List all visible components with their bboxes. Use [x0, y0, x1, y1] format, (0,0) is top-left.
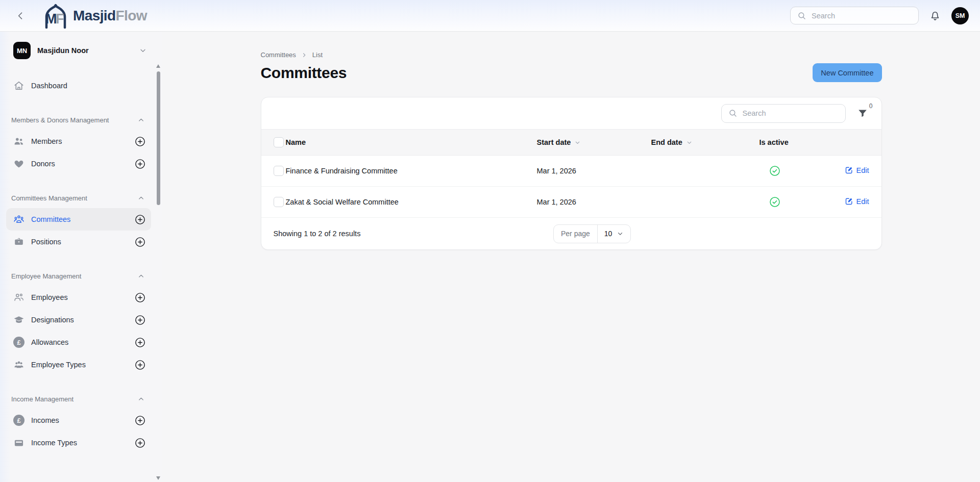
- sidebar-item-allowances[interactable]: £ Allowances: [6, 331, 151, 353]
- sidebar-item-employees[interactable]: Employees: [6, 286, 151, 309]
- sidebar-section-employees[interactable]: Employee Management: [11, 272, 145, 280]
- chevron-up-icon: [137, 194, 145, 202]
- table-header-row: Name Start date End date Is active: [261, 130, 881, 156]
- sort-chevron-icon: [574, 139, 581, 146]
- new-committee-button[interactable]: New Committee: [813, 63, 881, 82]
- sidebar-section-income[interactable]: Income Management: [11, 395, 145, 403]
- sidebar-item-employee-types[interactable]: Employee Types: [6, 353, 151, 376]
- sidebar-section-members-donors[interactable]: Members & Donors Management: [11, 116, 145, 124]
- add-designation-button[interactable]: [134, 314, 146, 326]
- breadcrumb-committees[interactable]: Committees: [261, 51, 296, 59]
- plus-circle-icon: [134, 136, 146, 147]
- active-check-icon: [760, 165, 836, 177]
- add-employee-type-button[interactable]: [134, 359, 146, 371]
- sidebar-item-income-types[interactable]: Income Types: [6, 432, 151, 454]
- plus-circle-icon: [134, 415, 146, 426]
- graduation-cap-icon: [13, 314, 24, 325]
- select-all-checkbox[interactable]: [274, 137, 284, 147]
- add-donor-button[interactable]: [134, 158, 146, 170]
- sidebar-item-label: Incomes: [31, 416, 59, 424]
- sidebar-item-label: Dashboard: [31, 82, 67, 90]
- edit-button[interactable]: Edit: [845, 166, 869, 174]
- back-button[interactable]: [13, 9, 28, 23]
- breadcrumb: Committees List: [261, 51, 882, 59]
- people-icon: [13, 359, 24, 370]
- column-header-start-date[interactable]: Start date: [537, 130, 651, 156]
- sidebar-item-label: Committees: [31, 215, 70, 223]
- sidebar-item-designations[interactable]: Designations: [6, 309, 151, 331]
- add-income-type-button[interactable]: [134, 437, 146, 449]
- row-checkbox[interactable]: [274, 197, 284, 207]
- search-icon: [728, 109, 738, 118]
- active-check-icon: [760, 196, 836, 208]
- funnel-icon: [857, 108, 868, 119]
- end-date: [651, 156, 760, 187]
- scrollbar-thumb[interactable]: [157, 71, 160, 205]
- sidebar-item-label: Designations: [31, 316, 74, 324]
- column-header-end-date[interactable]: End date: [651, 130, 760, 156]
- sidebar-item-committees[interactable]: Committees: [6, 208, 151, 231]
- plus-circle-icon: [134, 359, 146, 371]
- filter-count-badge: 0: [869, 103, 873, 110]
- org-avatar: MN: [13, 42, 31, 59]
- sidebar-item-incomes[interactable]: £ Incomes: [6, 409, 151, 432]
- start-date: Mar 1, 2026: [537, 156, 651, 187]
- per-page-select[interactable]: Per page 10: [553, 224, 631, 243]
- sidebar-item-label: Donors: [31, 160, 55, 168]
- committee-name: Finance & Fundraising Committee: [286, 156, 537, 187]
- scroll-down-arrow[interactable]: [156, 476, 160, 480]
- start-date: Mar 1, 2026: [537, 187, 651, 218]
- plus-circle-icon: [134, 292, 146, 303]
- pencil-square-icon: [845, 166, 853, 174]
- app-logo[interactable]: M F MasjidFlow: [42, 3, 147, 29]
- column-header-name: Name: [286, 130, 537, 156]
- table-search-input[interactable]: [743, 109, 839, 117]
- plus-circle-icon: [134, 214, 146, 225]
- briefcase-icon: [13, 236, 24, 247]
- sidebar-item-label: Employees: [31, 293, 68, 301]
- sidebar-section-committees[interactable]: Committees Management: [11, 194, 145, 202]
- scroll-up-arrow[interactable]: [156, 64, 160, 68]
- global-search-input[interactable]: [812, 12, 912, 20]
- add-employee-button[interactable]: [134, 291, 146, 303]
- plus-circle-icon: [134, 236, 146, 248]
- column-header-is-active: Is active: [760, 130, 836, 156]
- user-avatar[interactable]: SM: [951, 7, 969, 24]
- org-switcher[interactable]: MN Masjidun Noor: [13, 42, 147, 59]
- search-icon: [797, 11, 806, 20]
- global-search: [790, 7, 919, 24]
- org-name: Masjidun Noor: [37, 46, 89, 55]
- add-member-button[interactable]: [134, 135, 146, 147]
- filter-button[interactable]: 0: [857, 108, 868, 119]
- sidebar-item-label: Allowances: [31, 338, 68, 346]
- add-position-button[interactable]: [134, 236, 146, 248]
- sidebar-item-donors[interactable]: Donors: [6, 153, 151, 175]
- members-icon: [13, 136, 24, 147]
- chevron-right-icon: [301, 52, 307, 58]
- row-checkbox[interactable]: [274, 166, 284, 176]
- per-page-value: 10: [604, 230, 612, 238]
- sidebar-item-positions[interactable]: Positions: [6, 231, 151, 253]
- sort-chevron-icon: [686, 139, 693, 146]
- heart-icon: [13, 158, 24, 169]
- table-row: Zakat & Social Welfare Committee Mar 1, …: [261, 187, 881, 218]
- add-allowance-button[interactable]: [134, 336, 146, 348]
- table-search: [721, 104, 846, 123]
- sidebar-item-dashboard[interactable]: Dashboard: [6, 74, 151, 97]
- chevron-up-icon: [137, 272, 145, 280]
- main-content: Committees List Committees New Committee: [162, 32, 980, 482]
- sidebar-item-members[interactable]: Members: [6, 130, 151, 153]
- pencil-square-icon: [845, 197, 853, 206]
- add-income-button[interactable]: [134, 414, 146, 426]
- notifications-button[interactable]: [929, 10, 941, 22]
- sidebar-scrollbar[interactable]: [156, 64, 161, 480]
- edit-button[interactable]: Edit: [845, 197, 869, 206]
- add-committee-button[interactable]: [134, 213, 146, 225]
- bell-icon: [929, 10, 941, 22]
- sidebar: MN Masjidun Noor Dashboard Members & Don…: [0, 32, 162, 482]
- per-page-label: Per page: [554, 225, 598, 243]
- table-row: Finance & Fundraising Committee Mar 1, 2…: [261, 156, 881, 187]
- sidebar-item-label: Employee Types: [31, 361, 86, 369]
- sidebar-item-label: Members: [31, 137, 62, 145]
- chevron-down-icon: [617, 230, 624, 237]
